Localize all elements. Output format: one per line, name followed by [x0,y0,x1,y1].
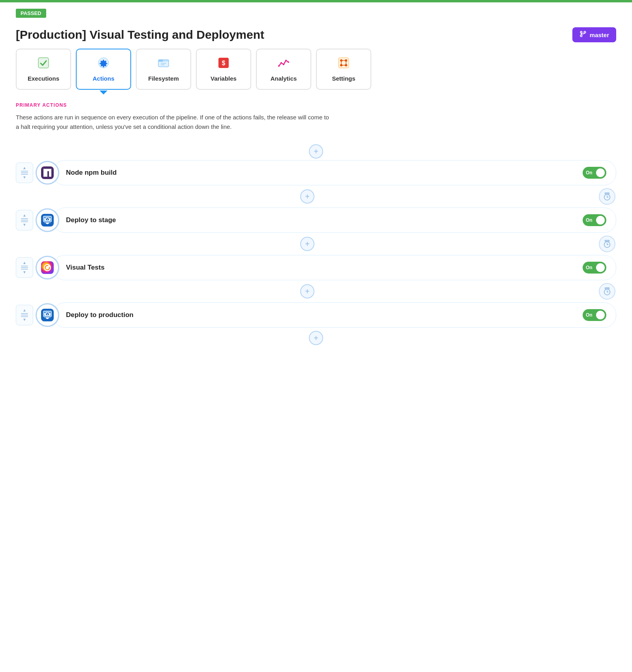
add-action-top[interactable]: + [309,144,323,159]
add-btn-row-4: + [16,284,599,298]
branch-badge[interactable]: master [572,27,616,42]
right-side-deploy-prod: On [583,309,606,321]
sort-line-2 [21,172,28,173]
svg-rect-41 [605,288,609,289]
tab-settings-label: Settings [332,75,355,82]
svg-point-11 [280,62,282,64]
svg-rect-32 [44,223,51,223]
tab-filesystem[interactable]: Filesystem [136,49,191,90]
actions-icon [97,57,110,72]
deploy-stage-icon-circle [36,208,59,232]
timer-btn-1[interactable] [599,188,615,205]
svg-rect-15 [339,58,349,68]
branch-label: master [590,32,609,38]
svg-point-12 [283,64,284,65]
toggle-deploy-prod[interactable]: On [583,309,606,321]
sort-up-icon-2: ▲ [23,213,26,217]
tab-actions[interactable]: Actions [76,49,131,90]
sort-line-1 [21,171,28,172]
executions-icon [37,57,50,72]
svg-point-40 [48,265,50,267]
sort-handle-deploy-prod[interactable]: ▲ ▼ [16,305,33,325]
actions-list: + ▲ ▼ Node npm build On [16,143,616,347]
toggle-knob-npm [596,168,605,177]
analytics-icon [277,57,290,72]
sort-down-icon-4: ▼ [23,318,26,322]
timer-btn-3[interactable] [599,283,615,300]
svg-marker-25 [43,169,51,177]
toggle-deploy-stage[interactable]: On [583,214,606,226]
action-card-deploy-prod[interactable]: Deploy to production On [53,302,616,328]
tab-executions-label: Executions [28,75,59,82]
top-bar [0,0,632,2]
tabs-row: Executions Actions Filesystem [0,49,632,99]
tab-analytics[interactable]: Analytics [256,49,311,90]
toggle-label-deploy-prod: On [586,312,592,318]
svg-point-5 [102,62,105,64]
tab-actions-label: Actions [93,75,115,82]
svg-rect-35 [605,240,609,242]
add-action-bottom[interactable]: + [309,331,323,345]
action-row-visual: ▲ ▼ [16,255,616,280]
action-name-npm: Node npm build [66,169,117,177]
action-card-visual[interactable]: Visual Tests On [53,255,616,280]
add-action-2[interactable]: + [300,189,314,204]
visual-icon-circle [36,256,59,279]
svg-rect-47 [44,317,51,318]
sort-handle-visual[interactable]: ▲ ▼ [16,257,33,278]
action-card-npm[interactable]: Node npm build On [53,160,616,185]
filesystem-icon [157,57,170,72]
add-btn-row-2: + [16,189,599,204]
right-side-npm: On [583,167,606,179]
add-action-3[interactable]: + [300,237,314,251]
action-name-visual: Visual Tests [66,264,105,272]
timer-btn-2[interactable] [599,236,615,252]
deploy-prod-icon-circle [36,303,59,327]
description: These actions are run in sequence on eve… [16,113,332,132]
action-name-deploy-prod: Deploy to production [66,311,134,319]
add-action-4[interactable]: + [300,284,314,298]
action-card-deploy-stage[interactable]: Deploy to stage On [53,208,616,233]
svg-text:$: $ [222,60,226,66]
tab-executions[interactable]: Executions [16,49,71,90]
page-header: [Production] Visual Testing and Deployme… [0,18,632,49]
add-btn-row-top: + [16,144,616,159]
right-side-deploy-stage: On [583,214,606,226]
svg-point-13 [285,60,287,61]
tab-analytics-label: Analytics [271,75,297,82]
svg-point-14 [288,61,289,63]
sort-handle-npm[interactable]: ▲ ▼ [16,162,33,183]
svg-point-49 [47,314,48,315]
add-btn-row-bottom: + [16,331,616,345]
svg-rect-7 [158,60,163,62]
tab-filesystem-label: Filesystem [148,75,179,82]
page-title: [Production] Visual Testing and Deployme… [16,28,264,42]
sort-down-icon: ▼ [23,176,26,179]
svg-point-34 [47,219,48,220]
tab-variables[interactable]: $ Variables [196,49,251,90]
content-area: PRIMARY ACTIONS These actions are run in… [0,99,632,362]
sort-down-icon-3: ▼ [23,270,26,274]
tab-variables-label: Variables [211,75,237,82]
action-name-deploy-stage: Deploy to stage [66,216,116,224]
sort-handle-deploy-stage[interactable]: ▲ ▼ [16,210,33,230]
toggle-npm[interactable]: On [583,167,606,179]
sort-up-icon: ▲ [23,166,26,170]
action-row-deploy-stage: ▲ ▼ [16,208,616,233]
add-btn-row-3: + [16,237,599,251]
toggle-label-visual: On [586,265,592,270]
branch-icon [579,30,587,39]
settings-icon [337,57,350,72]
toggle-label-deploy-stage: On [586,217,592,223]
sort-up-icon-3: ▲ [23,261,26,265]
sort-down-icon-2: ▼ [23,223,26,227]
action-row-npm: ▲ ▼ Node npm build On [16,160,616,185]
svg-rect-26 [605,193,609,194]
right-side-visual: On [583,262,606,274]
tab-settings[interactable]: Settings [316,49,371,90]
passed-badge: PASSED [16,9,46,18]
toggle-label-npm: On [586,170,592,176]
svg-rect-3 [38,58,49,68]
npm-icon-circle [36,161,59,185]
toggle-visual[interactable]: On [583,262,606,274]
